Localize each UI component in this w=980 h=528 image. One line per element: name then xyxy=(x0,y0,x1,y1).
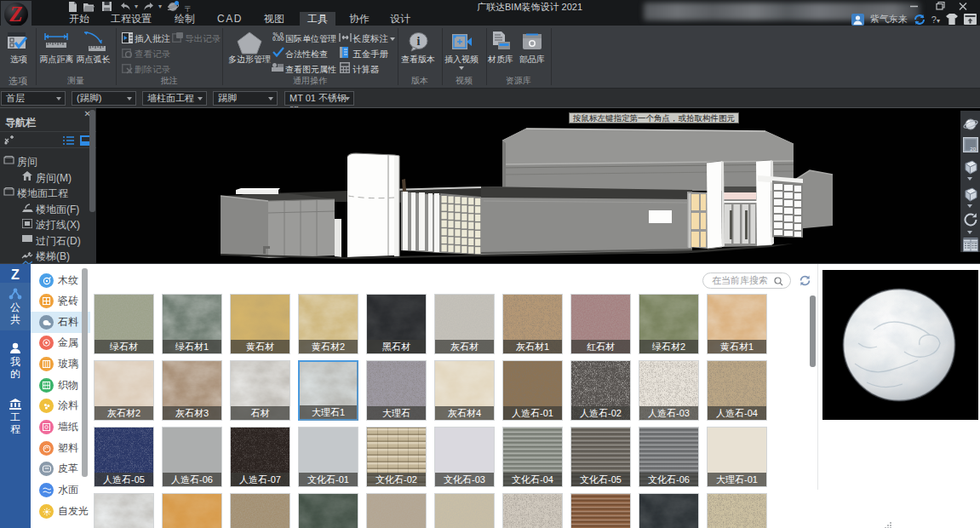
svg-text:20: 20 xyxy=(970,146,976,152)
svg-text:i: i xyxy=(417,35,421,48)
